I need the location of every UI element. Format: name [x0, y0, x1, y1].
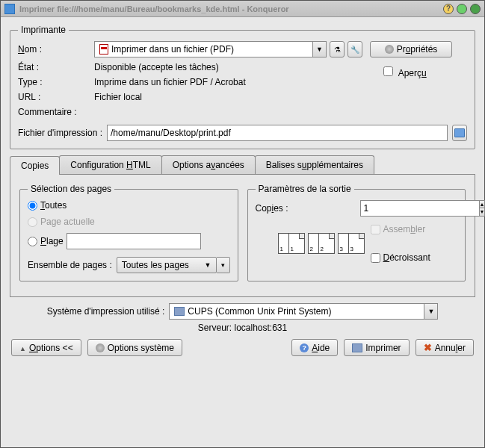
chevron-down-icon[interactable]: ▾ [217, 257, 230, 273]
tab-extra-tags[interactable]: Balises supplémentaires [255, 155, 374, 174]
radio-all-label: Toutes [40, 200, 67, 211]
print-system-value: CUPS (Common Unix Print System) [188, 306, 331, 317]
radio-all-row[interactable]: Toutes [28, 200, 230, 211]
type-value: Imprime dans un fichier PDF / Acrobat [94, 77, 246, 87]
radio-all[interactable] [28, 201, 37, 211]
printer-name-dropdown[interactable]: Imprimer dans un fichier (PDF) ▼ [94, 41, 327, 57]
arrow-up-icon [19, 343, 26, 353]
help-icon: ? [300, 343, 309, 352]
options-toggle-button[interactable]: Options << [11, 339, 81, 356]
radio-current-row: Page actuelle [28, 217, 230, 227]
output-params-group: Paramètres de la sortie Copies : ▲ ▼ 1 [247, 184, 466, 281]
tabs: Copies Configuration HTML Options avancé… [10, 155, 475, 174]
system-options-label: Options système [108, 343, 174, 353]
reverse-checkbox[interactable] [371, 253, 380, 263]
output-file-label: Fichier d'impression : [18, 128, 102, 138]
url-label: URL : [18, 92, 94, 102]
copies-input[interactable] [360, 200, 479, 217]
url-value: Fichier local [94, 92, 142, 102]
chevron-down-icon: ▼ [312, 42, 326, 57]
comment-label: Commentaire : [18, 107, 77, 117]
tab-panel-copies: Sélection des pages Toutes Page actuelle… [10, 174, 475, 297]
cancel-button[interactable]: ✖ Annuler [416, 339, 474, 356]
output-file-input[interactable] [107, 125, 448, 141]
spin-up-button[interactable]: ▲ [480, 201, 485, 208]
properties-label: Propriétés [397, 44, 438, 55]
page-set-value: Toutes les pages [122, 260, 189, 270]
reverse-label: Décroissant [383, 252, 430, 263]
footer-buttons: Options << Options système ? Aide Imprim… [10, 339, 475, 356]
radio-range[interactable] [28, 237, 37, 246]
print-button[interactable]: Imprimer [344, 339, 409, 356]
printer-icon [352, 343, 362, 352]
close-window-button[interactable] [470, 4, 481, 14]
state-value: Disponible (accepte les tâches) [94, 62, 219, 72]
radio-range-row[interactable]: Plage [28, 233, 230, 249]
browse-button[interactable] [452, 125, 467, 141]
x-icon: ✖ [424, 342, 432, 353]
print-system-dropdown[interactable]: CUPS (Common Unix Print System) ▼ [169, 303, 438, 320]
chevron-down-icon: ▼ [205, 261, 211, 269]
page-set-label: Ensemble de pages : [28, 260, 112, 270]
spin-down-button[interactable]: ▼ [480, 208, 485, 216]
radio-current [28, 217, 37, 227]
help-button[interactable]: ? Aide [291, 339, 338, 356]
chevron-down-icon: ▼ [424, 304, 437, 319]
options-toggle-label: Options << [29, 343, 73, 353]
gear-icon [385, 45, 394, 54]
copies-spinner[interactable]: ▲ ▼ [360, 200, 450, 217]
radio-range-label: Plage [40, 236, 64, 246]
collate-row: Assembler [371, 224, 430, 234]
collate-illustration: 1 1 2 2 3 3 [278, 228, 365, 258]
tab-copies[interactable]: Copies [10, 156, 60, 175]
print-label: Imprimer [365, 343, 401, 353]
preview-checkbox[interactable] [383, 66, 393, 76]
name-label: Nom : [18, 44, 94, 55]
help-label: Aide [312, 343, 330, 353]
folder-icon [454, 128, 465, 137]
page-set-dropdown[interactable]: Toutes les pages ▼ ▾ [117, 257, 230, 273]
tab-html-config[interactable]: Configuration HTML [59, 155, 161, 174]
page-selection-group: Sélection des pages Toutes Page actuelle… [19, 184, 238, 281]
printer-group: Imprimante Nom : Imprimer dans un fichie… [10, 25, 475, 149]
page-selection-legend: Sélection des pages [28, 184, 114, 194]
wrench-button[interactable] [347, 41, 362, 57]
radio-current-label: Page actuelle [40, 217, 95, 227]
preview-label: Aperçu [398, 68, 427, 78]
minimize-window-button[interactable] [457, 4, 467, 14]
gear-icon [96, 343, 105, 352]
preview-checkbox-row[interactable]: Aperçu [383, 66, 427, 78]
print-system-label: Système d'impression utilisé : [47, 306, 165, 317]
state-label: État : [18, 62, 94, 72]
pdf-icon [99, 44, 108, 55]
properties-button[interactable]: Propriétés [370, 41, 452, 57]
printer-icon [174, 307, 185, 316]
collate-label: Assembler [383, 224, 426, 234]
output-params-legend: Paramètres de la sortie [256, 184, 354, 194]
help-window-button[interactable]: ? [443, 4, 454, 14]
tab-advanced[interactable]: Options avancées [161, 155, 256, 174]
reverse-row[interactable]: Décroissant [371, 252, 430, 263]
filter-button[interactable] [330, 41, 345, 57]
printer-legend: Imprimante [18, 25, 69, 35]
filter-icon [334, 44, 341, 55]
copies-label: Copies : [256, 203, 360, 214]
collate-checkbox [371, 225, 380, 234]
app-icon [4, 4, 15, 14]
wrench-icon [350, 44, 359, 55]
range-input[interactable] [67, 233, 201, 249]
window-title: Imprimer file:///home/manu/Bureau/bookma… [19, 4, 440, 13]
cancel-label: Annuler [435, 343, 466, 353]
type-label: Type : [18, 77, 94, 87]
system-options-button[interactable]: Options système [87, 339, 182, 356]
server-info: Serveur: localhost:631 [10, 323, 475, 333]
titlebar: Imprimer file:///home/manu/Bureau/bookma… [1, 1, 484, 17]
printer-name-value: Imprimer dans un fichier (PDF) [111, 44, 234, 55]
